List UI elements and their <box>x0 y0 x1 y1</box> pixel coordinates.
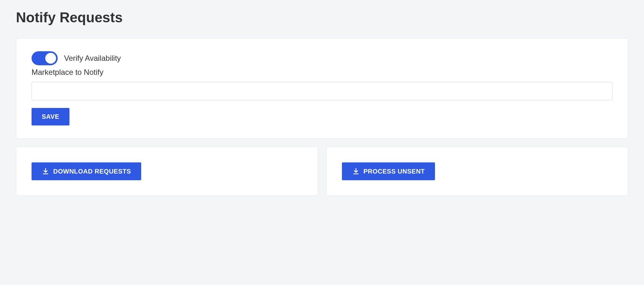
action-cards-row: Download Requests Process Unsent <box>16 147 628 196</box>
save-button[interactable]: Save <box>32 108 69 125</box>
save-button-label: Save <box>42 113 59 120</box>
settings-card: Verify Availability Marketplace to Notif… <box>16 38 628 139</box>
process-unsent-label: Process Unsent <box>364 168 425 175</box>
verify-availability-label: Verify Availability <box>64 54 121 63</box>
marketplace-input[interactable] <box>32 82 612 100</box>
process-card: Process Unsent <box>326 147 628 196</box>
download-card: Download Requests <box>16 147 318 196</box>
download-icon <box>42 167 49 175</box>
download-requests-label: Download Requests <box>53 168 131 175</box>
page-title: Notify Requests <box>16 10 628 25</box>
verify-availability-row: Verify Availability <box>32 51 612 65</box>
download-icon <box>352 167 360 175</box>
toggle-track <box>32 51 58 65</box>
toggle-thumb <box>45 53 56 64</box>
verify-availability-toggle[interactable] <box>32 51 58 65</box>
process-unsent-button[interactable]: Process Unsent <box>342 162 435 180</box>
download-requests-button[interactable]: Download Requests <box>32 162 141 180</box>
marketplace-label: Marketplace to Notify <box>32 68 612 77</box>
